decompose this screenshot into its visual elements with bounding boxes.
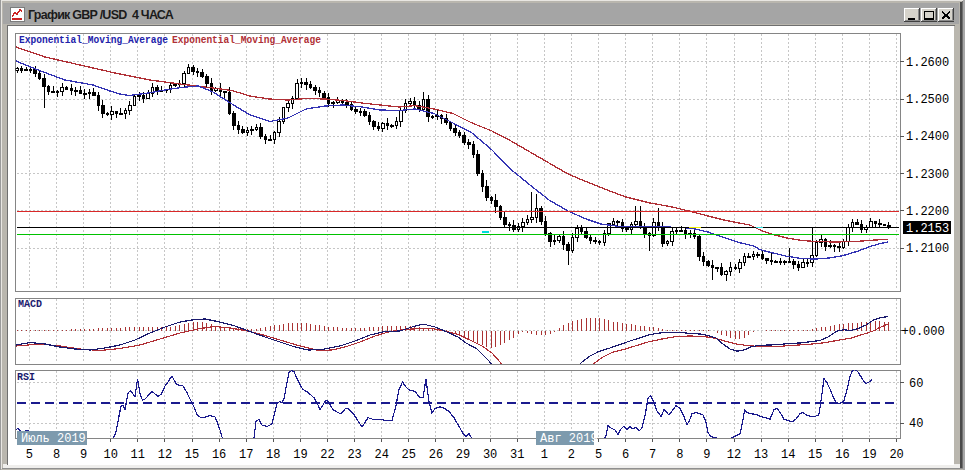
svg-text:MACD: MACD (18, 299, 42, 310)
svg-text:26: 26 (429, 448, 443, 462)
svg-text:19: 19 (862, 448, 876, 462)
svg-text:20: 20 (889, 448, 903, 462)
svg-text:1.2300: 1.2300 (906, 168, 949, 182)
svg-text:1: 1 (541, 448, 548, 462)
svg-text:7: 7 (649, 448, 656, 462)
svg-text:8: 8 (53, 448, 60, 462)
svg-text:22: 22 (320, 448, 334, 462)
svg-text:40: 40 (909, 417, 923, 431)
svg-text:+0.000: +0.000 (902, 325, 945, 339)
svg-text:Июль 2019: Июль 2019 (21, 432, 86, 446)
svg-text:24: 24 (374, 448, 388, 462)
svg-text:RSI: RSI (17, 372, 35, 383)
svg-text:15: 15 (185, 448, 199, 462)
svg-text:30: 30 (483, 448, 497, 462)
svg-text:23: 23 (347, 448, 361, 462)
svg-text:12: 12 (727, 448, 741, 462)
svg-text:18: 18 (266, 448, 280, 462)
svg-text:9: 9 (80, 448, 87, 462)
svg-text:1.2200: 1.2200 (906, 205, 949, 219)
svg-text:31: 31 (510, 448, 524, 462)
svg-text:19: 19 (293, 448, 307, 462)
svg-text:60: 60 (909, 377, 923, 391)
svg-text:16: 16 (835, 448, 849, 462)
svg-text:13: 13 (754, 448, 768, 462)
svg-text:15: 15 (808, 448, 822, 462)
svg-text:Авг 2019: Авг 2019 (540, 432, 598, 446)
svg-text:6: 6 (622, 448, 629, 462)
svg-text:1.2500: 1.2500 (906, 93, 949, 107)
svg-text:1.2400: 1.2400 (906, 130, 949, 144)
svg-text:17: 17 (239, 448, 253, 462)
svg-text:1.2100: 1.2100 (906, 242, 949, 256)
svg-text:25: 25 (402, 448, 416, 462)
svg-text:5: 5 (595, 448, 602, 462)
svg-text:Exponential_Moving_Average: Exponential_Moving_Average (172, 35, 321, 46)
svg-text:График GBP /USD 4 ЧАСА: График GBP /USD 4 ЧАСА (28, 8, 174, 22)
svg-text:11: 11 (131, 448, 145, 462)
svg-text:29: 29 (456, 448, 470, 462)
svg-text:12: 12 (158, 448, 172, 462)
svg-text:8: 8 (676, 448, 683, 462)
svg-text:1.2153: 1.2153 (906, 222, 949, 236)
svg-text:9: 9 (703, 448, 710, 462)
svg-text:16: 16 (212, 448, 226, 462)
svg-text:14: 14 (781, 448, 795, 462)
svg-text:Exponential_Moving_Average: Exponential_Moving_Average (19, 35, 168, 46)
svg-text:1.2600: 1.2600 (906, 56, 949, 70)
svg-text:5: 5 (26, 448, 33, 462)
svg-text:2: 2 (568, 448, 575, 462)
svg-text:10: 10 (103, 448, 117, 462)
